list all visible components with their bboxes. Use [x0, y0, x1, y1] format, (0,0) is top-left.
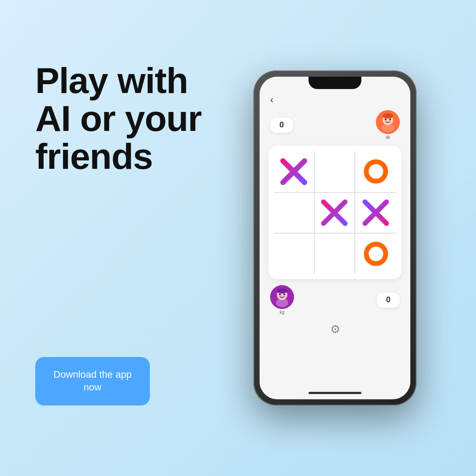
x-mark-3 [361, 198, 390, 227]
phone-notch [309, 77, 361, 89]
svg-point-19 [283, 294, 285, 295]
cell-0-1[interactable] [315, 151, 356, 192]
back-arrow[interactable]: ‹ [268, 94, 402, 106]
player-bottom-avatar [270, 285, 294, 309]
game-board-wrapper [268, 146, 402, 279]
cell-2-2[interactable] [355, 233, 396, 274]
game-board [274, 151, 396, 274]
phone-frame: ‹ 0 [253, 71, 416, 405]
x-mark-2 [320, 198, 349, 227]
o-mark-2 [362, 240, 390, 268]
cell-1-2[interactable] [355, 192, 396, 233]
svg-point-3 [383, 113, 393, 119]
download-button[interactable]: Download the app now [35, 357, 150, 405]
phone-screen: ‹ 0 [260, 77, 410, 399]
left-content: Play with AI or your friends Download th… [35, 35, 225, 441]
players-row-bottom: kg 0 [268, 285, 402, 315]
x-mark-large [279, 157, 308, 186]
player-top-avatar [376, 110, 400, 134]
svg-point-4 [385, 119, 387, 120]
players-row-top: 0 [268, 110, 402, 140]
screen-content: ‹ 0 [260, 77, 410, 388]
phone-home-bar [309, 392, 361, 394]
cell-2-1[interactable] [315, 233, 356, 274]
player-top-container: dk [376, 110, 400, 140]
player-top-score: 0 [270, 118, 293, 133]
player-bottom-score: 0 [377, 293, 400, 308]
player-bottom-label: kg [280, 310, 285, 315]
svg-point-13 [366, 244, 386, 264]
player-bottom-container: kg [270, 285, 294, 315]
svg-point-5 [389, 119, 391, 120]
headline: Play with AI or your friends [35, 62, 225, 175]
phone-wrapper: ‹ 0 [229, 35, 441, 441]
cell-0-0[interactable] [274, 151, 315, 192]
cell-2-0[interactable] [274, 233, 315, 274]
cell-1-0[interactable] [274, 192, 315, 233]
settings-icon[interactable]: ⚙ [330, 323, 340, 336]
cell-0-2[interactable] [355, 151, 396, 192]
svg-point-17 [277, 288, 287, 294]
page-container: Play with AI or your friends Download th… [0, 0, 476, 476]
cell-1-1[interactable] [315, 192, 356, 233]
player-top-label: dk [386, 135, 390, 140]
o-mark-1 [362, 158, 390, 185]
svg-point-8 [366, 162, 386, 181]
settings-row: ⚙ [268, 323, 402, 336]
svg-point-18 [279, 294, 281, 295]
